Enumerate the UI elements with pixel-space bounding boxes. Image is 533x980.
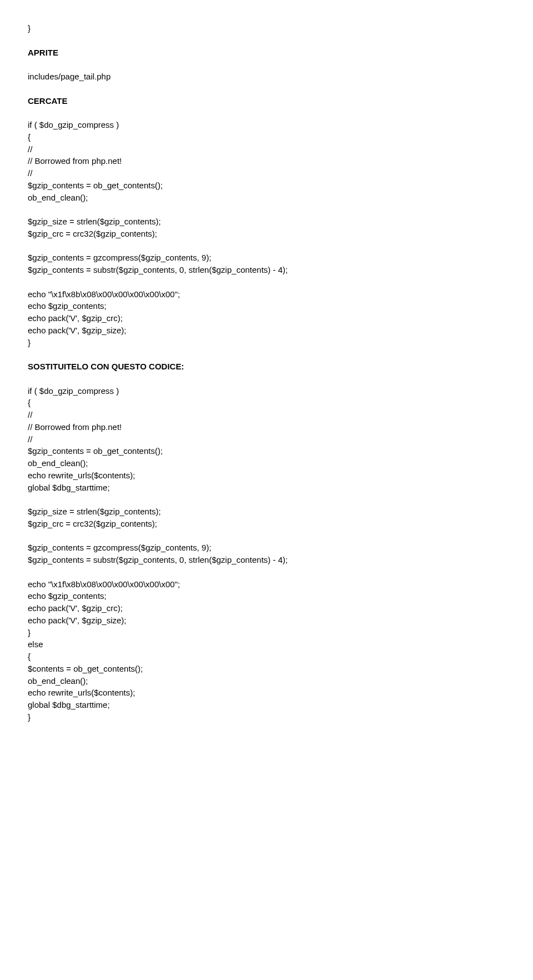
code-line: echo pack('V', $gzip_crc); — [28, 602, 505, 614]
blank-line — [28, 58, 505, 71]
heading-sostituitelo: SOSTITUITELO CON QUESTO CODICE: — [28, 361, 505, 373]
heading-aprite: APRITE — [28, 47, 505, 59]
heading-cercate: CERCATE — [28, 95, 505, 107]
code-line: $gzip_contents = gzcompress($gzip_conten… — [28, 542, 505, 554]
code-line: echo $gzip_contents; — [28, 300, 505, 312]
code-line: { — [28, 651, 505, 663]
code-line: // Borrowed from php.net! — [28, 421, 505, 433]
blank-line — [28, 493, 505, 506]
code-line: $gzip_contents = ob_get_contents(); — [28, 179, 505, 192]
code-line: echo "\x1f\x8b\x08\x00\x00\x00\x00\x00"; — [28, 288, 505, 301]
code-line: // — [28, 143, 505, 156]
code-line: } — [28, 22, 505, 34]
code-line: // — [28, 433, 505, 446]
code-line: echo "\x1f\x8b\x08\x00\x00\x00\x00\x00"; — [28, 578, 505, 591]
code-line: { — [28, 397, 505, 409]
blank-line — [28, 530, 505, 542]
code-line: $gzip_contents = ob_get_contents(); — [28, 445, 505, 457]
blank-line — [28, 276, 505, 288]
code-line: if ( $do_gzip_compress ) — [28, 385, 505, 397]
code-line: ob_end_clean(); — [28, 457, 505, 469]
code-line: $gzip_contents = gzcompress($gzip_conten… — [28, 252, 505, 264]
code-line: $gzip_crc = crc32($gzip_contents); — [28, 518, 505, 530]
blank-line — [28, 240, 505, 252]
code-line: echo pack('V', $gzip_size); — [28, 324, 505, 337]
code-line: echo rewrite_urls($contents); — [28, 469, 505, 482]
code-line: echo rewrite_urls($contents); — [28, 687, 505, 699]
code-line: $gzip_crc = crc32($gzip_contents); — [28, 228, 505, 240]
code-line: global $dbg_starttime; — [28, 482, 505, 494]
code-line: // — [28, 167, 505, 179]
code-line: if ( $do_gzip_compress ) — [28, 119, 505, 131]
code-line: $gzip_size = strlen($gzip_contents); — [28, 216, 505, 228]
code-line: // Borrowed from php.net! — [28, 155, 505, 167]
code-line: echo pack('V', $gzip_size); — [28, 614, 505, 627]
blank-line — [28, 34, 505, 47]
code-line: ob_end_clean(); — [28, 192, 505, 204]
code-line: } — [28, 627, 505, 639]
code-line: } — [28, 711, 505, 723]
code-line: echo $gzip_contents; — [28, 590, 505, 602]
code-line: $gzip_contents = substr($gzip_contents, … — [28, 264, 505, 276]
code-line: includes/page_tail.php — [28, 71, 505, 83]
blank-line — [28, 566, 505, 578]
code-line: else — [28, 638, 505, 651]
code-line: $gzip_size = strlen($gzip_contents); — [28, 506, 505, 518]
code-line: } — [28, 337, 505, 349]
blank-line — [28, 203, 505, 216]
code-line: ob_end_clean(); — [28, 675, 505, 687]
code-line: $contents = ob_get_contents(); — [28, 663, 505, 675]
blank-line — [28, 83, 505, 95]
blank-line — [28, 373, 505, 385]
code-line: { — [28, 131, 505, 143]
code-line: $gzip_contents = substr($gzip_contents, … — [28, 554, 505, 566]
code-line: echo pack('V', $gzip_crc); — [28, 312, 505, 324]
code-line: // — [28, 409, 505, 421]
code-line: global $dbg_starttime; — [28, 699, 505, 711]
blank-line — [28, 348, 505, 361]
blank-line — [28, 107, 505, 119]
